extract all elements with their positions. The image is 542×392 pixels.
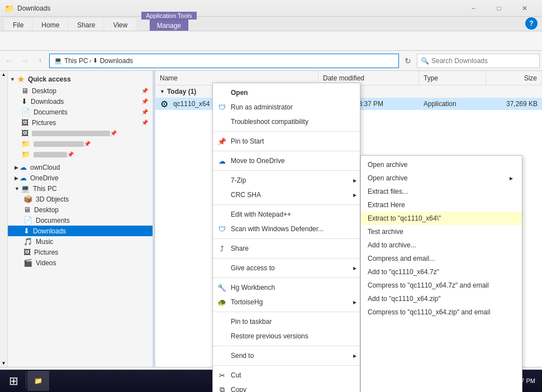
menu-item-send-to[interactable]: Send to <box>213 348 360 363</box>
up-button[interactable]: ↑ <box>34 54 47 68</box>
refresh-button[interactable]: ↻ <box>401 54 415 68</box>
menu-item-cut[interactable]: ✂ Cut <box>213 368 360 383</box>
sidebar-item-blurred-1[interactable]: 🖼 📌 <box>8 128 153 138</box>
ribbon-help-button[interactable]: ? <box>525 17 538 30</box>
forward-button[interactable]: → <box>18 54 31 68</box>
scroll-up-button[interactable]: ▲ <box>1 71 7 78</box>
separator-8 <box>213 312 360 312</box>
submenu-compress-email[interactable]: Compress and email... <box>361 252 522 265</box>
menu-item-copy[interactable]: ⧉ Copy <box>213 383 360 392</box>
submenu-compress-7z-email[interactable]: Compress to "qc1110_x64.7z" and email <box>361 279 522 292</box>
sidebar-item-3dobjects[interactable]: 📦 3D Objects <box>8 194 153 204</box>
menu-item-share[interactable]: ⤴ Share <box>213 241 360 256</box>
sidebar-item-blurred-3[interactable]: 📁 📌 <box>8 149 153 160</box>
tab-manage[interactable]: Manage <box>150 20 188 31</box>
submenu-test-archive[interactable]: Test archive <box>361 225 522 238</box>
tortoisehg-icon: 🐢 <box>217 298 226 307</box>
menu-item-defender-label: Scan with Windows Defender... <box>231 225 351 233</box>
submenu-open-archive-1[interactable]: Open archive <box>361 158 522 171</box>
submenu-arrow-2: ▶ <box>510 176 513 181</box>
start-button[interactable]: ⊞ <box>2 371 25 391</box>
search-input[interactable] <box>431 57 536 65</box>
menu-item-onedrive[interactable]: ☁ Move to OneDrive <box>213 154 360 168</box>
sidebar-item-onedrive[interactable]: ▶ ☁ OneDrive <box>8 173 153 183</box>
search-icon: 🔍 <box>421 57 429 65</box>
context-menu-container: Open 🛡 Run as administrator Troubleshoot… <box>212 83 522 392</box>
submenu-extract-to[interactable]: Extract to "qc1110_x64\" <box>361 212 522 225</box>
menu-item-run-admin[interactable]: 🛡 Run as administrator <box>213 100 360 114</box>
sidebar-item-desktop2[interactable]: 🖥 Desktop <box>8 204 153 215</box>
submenu-compress-zip-email[interactable]: Compress to "qc1110_x64.zip" and email <box>361 305 522 319</box>
tab-share[interactable]: Share <box>69 18 103 31</box>
sidebar-item-thispc[interactable]: ▼ 💻 This PC <box>8 183 153 194</box>
sidebar-item-desktop-label: Desktop <box>32 87 141 95</box>
sidebar-item-pictures2[interactable]: 🖼 Pictures <box>8 247 153 257</box>
menu-item-pin-taskbar[interactable]: Pin to taskbar <box>213 314 360 329</box>
close-button[interactable]: ✕ <box>512 0 538 17</box>
thispc-expand-icon: ▼ <box>15 186 20 192</box>
taskbar-explorer-button[interactable]: 📁 <box>27 371 49 391</box>
submenu-open-archive-2[interactable]: Open archive ▶ <box>361 171 522 185</box>
pin-icon: 📌 <box>141 88 148 94</box>
back-button[interactable]: ← <box>2 54 16 68</box>
quick-access-header[interactable]: ▼ ★ Quick access <box>8 73 153 85</box>
pin-icon-3: 📌 <box>141 109 148 115</box>
onedrive-menu-icon: ☁ <box>217 156 226 165</box>
menu-item-7zip[interactable]: 7-Zip <box>213 173 360 188</box>
pin-icon-4: 📌 <box>141 119 148 126</box>
submenu-extract-files[interactable]: Extract files... <box>361 185 522 198</box>
menu-item-tortoisehg[interactable]: 🐢 TortoiseHg <box>213 295 360 309</box>
menu-item-crcsha[interactable]: CRC SHA <box>213 188 360 202</box>
sidebar-scrollbar[interactable]: ▲ ▼ <box>0 71 8 367</box>
sidebar-item-documents2-label: Documents <box>36 217 148 224</box>
title-bar-controls: − □ ✕ <box>460 0 538 17</box>
menu-item-run-admin-label: Run as administrator <box>231 103 351 111</box>
sidebar-item-desktop[interactable]: 🖥 Desktop 📌 <box>8 85 153 96</box>
menu-item-give-access[interactable]: Give access to <box>213 261 360 275</box>
maximize-button[interactable]: □ <box>486 0 512 17</box>
menu-item-hg-workbench[interactable]: 🔧 Hg Workbench <box>213 280 360 295</box>
sidebar-item-blurred-2[interactable]: 📁 📌 <box>8 138 153 149</box>
menu-item-pin-start[interactable]: 📌 Pin to Start <box>213 134 360 149</box>
sidebar-item-documents2[interactable]: 📄 Documents <box>8 215 153 226</box>
sidebar-item-videos[interactable]: 🎬 Videos <box>8 257 153 268</box>
pin-icon-7: 📌 <box>67 151 74 157</box>
scroll-down-button[interactable]: ▼ <box>1 360 7 367</box>
separator-7 <box>213 278 360 278</box>
sidebar-item-documents[interactable]: 📄 Documents 📌 <box>8 107 153 117</box>
sidebar-wrapper: ▲ ▼ ▼ ★ Quick access 🖥 Desktop 📌 ⬇ Downl… <box>0 71 155 367</box>
sidebar-item-thispc-label: This PC <box>33 185 148 193</box>
address-path[interactable]: 💻 This PC › ⬇ Downloads <box>49 54 399 68</box>
menu-item-defender[interactable]: 🛡 Scan with Windows Defender... <box>213 222 360 236</box>
minimize-button[interactable]: − <box>460 0 486 17</box>
search-box[interactable]: 🔍 <box>417 54 540 68</box>
menu-item-copy-label: Copy <box>231 386 351 392</box>
sidebar-item-desktop2-label: Desktop <box>34 206 148 214</box>
sidebar-item-downloads[interactable]: ⬇ Downloads 📌 <box>8 96 153 107</box>
tab-file[interactable]: File <box>4 18 32 31</box>
menu-item-troubleshoot[interactable]: Troubleshoot compatibility <box>213 114 360 129</box>
sidebar-item-pictures[interactable]: 🖼 Pictures 📌 <box>8 117 153 128</box>
submenu-add-to-archive[interactable]: Add to archive... <box>361 238 522 252</box>
taskbar-folder-icon: 📁 <box>34 377 42 385</box>
menu-item-restore-versions[interactable]: Restore previous versions <box>213 329 360 343</box>
pin-icon-5: 📌 <box>110 130 117 136</box>
quick-access-chevron: ▼ <box>10 77 15 82</box>
submenu-add-7z[interactable]: Add to "qc1110_x64.7z" <box>361 265 522 279</box>
separator-10 <box>213 365 360 366</box>
submenu-add-zip[interactable]: Add to "qc1110_x64.zip" <box>361 292 522 305</box>
tab-home[interactable]: Home <box>33 18 68 31</box>
ribbon-context-label: Application Tools <box>141 12 196 20</box>
submenu-extract-here[interactable]: Extract Here <box>361 198 522 212</box>
submenu-add-to-archive-label: Add to archive... <box>368 241 513 249</box>
sidebar-item-music[interactable]: 🎵 Music <box>8 236 153 247</box>
menu-item-notepad[interactable]: Edit with Notepad++ <box>213 207 360 222</box>
tab-view[interactable]: View <box>104 18 136 31</box>
submenu-open-archive-1-label: Open archive <box>368 161 513 169</box>
title-bar: 📁 Downloads − □ ✕ <box>0 0 542 17</box>
menu-item-open[interactable]: Open <box>213 85 360 100</box>
blurred-label-1 <box>32 131 110 136</box>
sidebar-item-downloads2[interactable]: ⬇ Downloads <box>8 226 153 236</box>
submenu-7zip: Open archive Open archive ▶ Extract file… <box>360 155 522 392</box>
sidebar-item-owncloud[interactable]: ▶ ☁ ownCloud <box>8 162 153 173</box>
